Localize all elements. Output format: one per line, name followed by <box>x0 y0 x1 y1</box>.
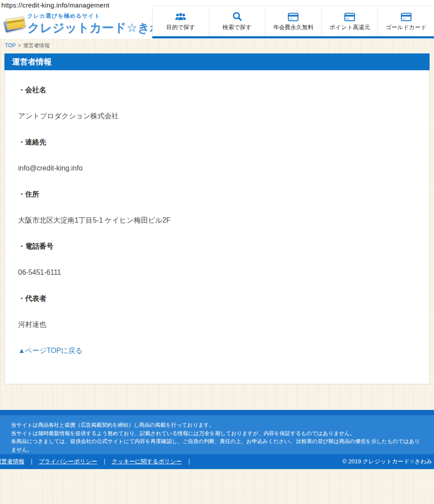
nav-label: 目的で探す <box>166 23 195 31</box>
footer-links-bar: 運営者情報｜プライバシーポリシー｜クッキーに関するポリシー｜ © 2019 クレ… <box>0 454 434 469</box>
credit-card-icon <box>344 11 355 21</box>
credit-card-icon <box>401 11 411 21</box>
nav-label: ゴールドカード <box>385 23 426 31</box>
main-nav: 目的で探す 検索で探す 年会費永久無料 <box>152 6 434 38</box>
nav-item-search[interactable]: 検索で探す <box>209 6 265 36</box>
nav-label: ポイント高還元 <box>329 23 370 31</box>
nav-label: 年会費永久無料 <box>273 23 313 31</box>
header: https://credit-king.info/management クレカ選… <box>0 0 434 39</box>
footer: 当サイトは商品各社と提携（広告掲載契約を締結）し商品の掲載を行っております。 当… <box>0 410 434 469</box>
breadcrumb-separator: > <box>18 42 21 49</box>
nav-label: 検索で探す <box>223 23 252 31</box>
address-value: 大阪市北区大淀南1丁目5-1 ケイヒン梅田ビル2F <box>18 217 416 224</box>
search-icon <box>232 11 242 21</box>
phone-value: 06-5451-6111 <box>18 269 416 276</box>
operator-info-panel: ・会社名 アントプロダクション株式会社 ・連絡先 info@credit-kin… <box>4 70 430 384</box>
footer-link-separator: ｜ <box>186 458 192 465</box>
company-name-value: アントプロダクション株式会社 <box>18 113 416 120</box>
contact-value: info@credit-king.info <box>18 165 416 172</box>
credit-card-icon <box>288 11 298 21</box>
footer-link-privacy-policy[interactable]: プライバシーポリシー <box>39 458 97 465</box>
site-logo[interactable]: クレカ選びを極めるサイト クレジットカード☆きわみ <box>3 12 175 36</box>
credit-cards-icon <box>3 15 26 34</box>
disclaimer-line: 当サイトは随時最新情報を提供するよう努めており、記載されている情報には万全を期し… <box>11 429 423 438</box>
disclaimer-line: 当サイトは商品各社と提携（広告掲載契約を締結）し商品の掲載を行っております。 <box>11 421 423 429</box>
breadcrumb: TOP>運営者情報 <box>5 42 49 49</box>
footer-top-strip <box>0 410 434 415</box>
address-label: ・住所 <box>18 191 416 198</box>
page-title: 運営者情報 <box>4 53 430 70</box>
browser-url: https://credit-king.info/management <box>1 1 109 9</box>
footer-link-operator-info[interactable]: 運営者情報 <box>0 458 24 465</box>
nav-item-free-fee[interactable]: 年会費永久無料 <box>265 6 321 36</box>
company-name-label: ・会社名 <box>18 87 416 94</box>
footer-disclaimer: 当サイトは商品各社と提携（広告掲載契約を締結）し商品の掲載を行っております。 当… <box>0 415 434 454</box>
footer-link-separator: ｜ <box>102 458 107 465</box>
representative-value: 河村達也 <box>18 321 416 328</box>
copyright: © 2019 クレジットカード☆きわみ <box>343 458 432 466</box>
nav-item-purpose[interactable]: 目的で探す <box>152 6 209 36</box>
footer-link-separator: ｜ <box>29 458 34 465</box>
contact-label: ・連絡先 <box>18 139 416 146</box>
breadcrumb-top-link[interactable]: TOP <box>5 42 15 49</box>
representative-label: ・代表者 <box>18 295 416 302</box>
phone-label: ・電話番号 <box>18 243 416 250</box>
back-to-top-link[interactable]: ▲ページTOPに戻る <box>18 347 83 354</box>
footer-links: 運営者情報｜プライバシーポリシー｜クッキーに関するポリシー｜ <box>0 458 196 466</box>
footer-link-cookie-policy[interactable]: クッキーに関するポリシー <box>112 458 182 465</box>
nav-item-gold-card[interactable]: ゴールドカード <box>377 6 434 36</box>
disclaimer-line: 各商品につきましては、提供会社の公式サイトにて内容を再度確認し、ご自身の判断、責… <box>11 437 423 454</box>
users-icon <box>175 11 186 21</box>
breadcrumb-current: 運営者情報 <box>23 42 49 49</box>
nav-item-points[interactable]: ポイント高還元 <box>321 6 378 36</box>
